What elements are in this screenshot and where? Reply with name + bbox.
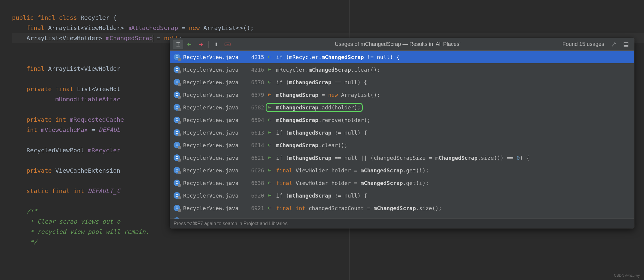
- read-access-icon: [267, 105, 273, 109]
- svg-rect-1: [216, 44, 217, 46]
- read-access-icon: [267, 130, 273, 135]
- usage-row[interactable]: CRecyclerView.java6614mChangedScrap.clea…: [170, 139, 634, 151]
- usage-row[interactable]: CRecyclerView.java6920if (mChangedScrap …: [170, 189, 634, 202]
- file-name: RecyclerView.java: [183, 92, 243, 98]
- file-name: RecyclerView.java: [183, 180, 243, 186]
- usage-row[interactable]: CRecyclerView.java4215if (mRecycler.mCha…: [170, 51, 634, 63]
- line-number: 6921: [246, 205, 264, 211]
- line-number: 6923: [246, 218, 264, 219]
- line-number: 6613: [246, 130, 264, 136]
- filter-button[interactable]: m: [222, 40, 233, 49]
- code-line: private final List<ViewHol: [12, 85, 120, 93]
- line-number: 4215: [246, 54, 264, 60]
- code-line: [12, 106, 16, 113]
- line-number: 6578: [246, 79, 264, 85]
- usage-row[interactable]: CRecyclerView.java6582mChangedScrap.add(…: [170, 101, 634, 114]
- line-number: 6614: [246, 142, 264, 148]
- read-access-icon: [267, 193, 273, 198]
- file-name: RecyclerView.java: [183, 117, 243, 123]
- code-line: static final int DEFAULT_C: [12, 187, 120, 195]
- usage-row[interactable]: CRecyclerView.java6638final ViewHolder h…: [170, 177, 634, 189]
- java-class-icon: C: [174, 217, 180, 219]
- usage-code-snippet: mRecycler.mChangedScrap.clear();: [276, 67, 380, 73]
- code-line: [12, 136, 16, 144]
- usage-code-snippet: if (mChangedScrap != null) {: [276, 192, 367, 199]
- usage-code-snippet: if (mChangedScrap != null) {: [276, 130, 367, 136]
- code-line: private ViewCacheExtension: [12, 167, 120, 174]
- code-line: * recycled view pool will remain.: [12, 228, 149, 235]
- read-access-icon: [267, 55, 273, 59]
- read-access-icon: [267, 156, 273, 160]
- usage-code-snippet: if (mChangedScrap == null || (changedScr…: [276, 155, 529, 161]
- file-name: RecyclerView.java: [183, 130, 243, 136]
- next-occurrence-button[interactable]: [196, 40, 206, 49]
- code-line: [12, 75, 16, 82]
- usage-row[interactable]: CRecyclerView.java6923mChangedScrap.get(…: [170, 214, 634, 219]
- code-line: /**: [12, 208, 37, 215]
- read-access-icon: [267, 206, 273, 210]
- pin-button[interactable]: [173, 40, 183, 49]
- file-name: RecyclerView.java: [183, 218, 243, 219]
- watermark: CSDN @hzulwy: [614, 273, 640, 278]
- java-class-icon: C: [174, 91, 180, 98]
- file-name: RecyclerView.java: [183, 167, 243, 174]
- java-class-icon: C: [174, 129, 180, 136]
- java-class-icon: C: [174, 66, 180, 73]
- read-access-icon: [267, 143, 273, 147]
- usage-code-snippet: mChangedScrap.get(i).clearOldPosition();: [276, 218, 406, 219]
- file-name: RecyclerView.java: [183, 142, 243, 148]
- usage-code-snippet: mChangedScrap.add(holder);: [276, 104, 361, 111]
- popup-footer-hint: Press ⌥⌘F7 again to search in Project an…: [170, 219, 634, 228]
- code-line: [12, 157, 16, 164]
- file-name: RecyclerView.java: [183, 79, 243, 85]
- usage-code-snippet: if (mRecycler.mChangedScrap != null) {: [276, 54, 400, 60]
- java-class-icon: C: [174, 192, 180, 199]
- java-class-icon: C: [174, 79, 180, 85]
- code-line: final ArrayList<ViewHolder> mAttachedScr…: [12, 24, 254, 31]
- line-number: 6594: [246, 117, 264, 123]
- popup-title: Usages of mChangedScrap — Results in 'Al…: [234, 41, 561, 47]
- prev-occurrence-button[interactable]: [184, 40, 195, 49]
- code-line: final ArrayList<ViewHolder: [12, 65, 120, 72]
- toolbar-separator: [208, 41, 209, 48]
- usage-row[interactable]: CRecyclerView.java6621if (mChangedScrap …: [170, 151, 634, 164]
- java-class-icon: C: [174, 104, 180, 111]
- line-number: 6582: [246, 104, 264, 111]
- file-name: RecyclerView.java: [183, 192, 243, 199]
- settings-icon[interactable]: [609, 40, 619, 49]
- java-class-icon: C: [174, 54, 180, 60]
- code-line: public final class Recycler {: [12, 14, 117, 21]
- usage-row[interactable]: CRecyclerView.java6578if (mChangedScrap …: [170, 76, 634, 88]
- usage-row[interactable]: CRecyclerView.java6613if (mChangedScrap …: [170, 126, 634, 139]
- popup-found-count: Found 15 usages: [562, 41, 604, 47]
- info-button[interactable]: [211, 40, 221, 49]
- usage-row[interactable]: CRecyclerView.java6626final ViewHolder h…: [170, 164, 634, 177]
- usage-row[interactable]: CRecyclerView.java6579mChangedScrap = ne…: [170, 88, 634, 101]
- usages-list[interactable]: CRecyclerView.java4215if (mRecycler.mCha…: [170, 51, 634, 219]
- java-class-icon: C: [174, 117, 180, 123]
- code-line: */: [12, 238, 37, 246]
- read-access-icon: [267, 80, 273, 84]
- file-name: RecyclerView.java: [183, 205, 243, 211]
- open-in-tool-window-icon[interactable]: [621, 40, 631, 49]
- line-number: 6638: [246, 180, 264, 186]
- svg-rect-0: [216, 43, 217, 44]
- code-line: [12, 198, 16, 205]
- usage-row[interactable]: CRecyclerView.java6921final int changedS…: [170, 202, 634, 214]
- write-access-icon: [267, 93, 273, 97]
- popup-toolbar: m Usages of mChangedScrap — Results in '…: [170, 38, 634, 51]
- usage-row[interactable]: CRecyclerView.java4216mRecycler.mChanged…: [170, 63, 634, 76]
- line-number: 6626: [246, 167, 264, 174]
- usage-row[interactable]: CRecyclerView.java6594mChangedScrap.remo…: [170, 114, 634, 126]
- code-line: int mViewCacheMax = DEFAUL: [12, 126, 120, 133]
- code-line: * Clear scrap views out o: [12, 218, 120, 225]
- usage-code-snippet: mChangedScrap.remove(holder);: [276, 117, 370, 123]
- usage-code-snippet: mChangedScrap = new ArrayList();: [276, 92, 380, 98]
- usage-code-snippet: final int changedScrapCount = mChangedSc…: [276, 205, 442, 211]
- find-usages-popup: m Usages of mChangedScrap — Results in '…: [170, 38, 634, 228]
- java-class-icon: C: [174, 154, 180, 161]
- read-access-icon: [267, 181, 273, 185]
- line-number: 6920: [246, 192, 264, 199]
- svg-rect-5: [624, 45, 628, 46]
- read-access-icon: [267, 168, 273, 172]
